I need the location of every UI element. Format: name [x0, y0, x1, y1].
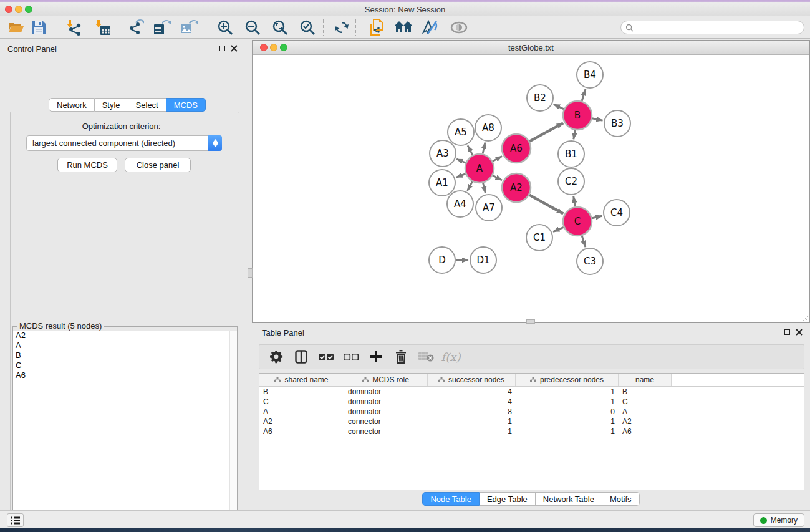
deselect-all-icon[interactable]: [343, 349, 359, 365]
show-panels-button[interactable]: [7, 513, 24, 527]
network-canvas[interactable]: B4B2BB3A5A8A6A3B1AA1C2A2A4A7C4CC1C3DD1: [253, 55, 809, 322]
cell-predecessor-nodes[interactable]: 1: [516, 427, 619, 436]
tab-select[interactable]: Select: [128, 98, 166, 112]
close-panel-icon[interactable]: [231, 45, 238, 52]
cell-shared-name[interactable]: C: [259, 397, 344, 406]
hide-graphics-icon[interactable]: [419, 18, 441, 37]
node-A3[interactable]: A3: [430, 140, 456, 167]
import-network-icon[interactable]: [63, 18, 85, 37]
cell-successor-nodes[interactable]: 8: [428, 407, 516, 416]
cell-predecessor-nodes[interactable]: 1: [516, 417, 619, 426]
node-B[interactable]: B: [563, 101, 592, 130]
column-header-predecessor-nodes[interactable]: predecessor nodes: [516, 374, 619, 386]
close-table-panel-icon[interactable]: [796, 329, 803, 336]
duplicate-network-icon[interactable]: [365, 18, 388, 37]
edge-B-B1[interactable]: [574, 130, 575, 140]
edge-C-C3[interactable]: [582, 236, 586, 247]
node-D1[interactable]: D1: [470, 247, 496, 273]
cell-shared-name[interactable]: A6: [259, 427, 344, 436]
node-C2[interactable]: C2: [558, 168, 584, 195]
divider-grip-left[interactable]: [248, 268, 253, 278]
cell-predecessor-nodes[interactable]: 1: [516, 387, 619, 396]
tab-edge-table[interactable]: Edge Table: [480, 492, 536, 506]
node-D[interactable]: D: [429, 247, 455, 273]
delete-icon[interactable]: [393, 349, 409, 365]
edge-C-C2[interactable]: [574, 196, 576, 207]
cell-name[interactable]: A6: [619, 427, 672, 436]
zoom-in-icon[interactable]: [214, 18, 236, 37]
tab-style[interactable]: Style: [95, 98, 128, 112]
cell-successor-nodes[interactable]: 4: [428, 387, 516, 396]
column-header-MCDS-role[interactable]: MCDS role: [344, 374, 428, 386]
show-hide-icon[interactable]: [448, 18, 470, 37]
criterion-dropdown[interactable]: largest connected component (directed): [26, 135, 222, 151]
cell-predecessor-nodes[interactable]: 0: [516, 407, 619, 416]
table-row[interactable]: Adominator80A: [259, 407, 804, 417]
node-A8[interactable]: A8: [475, 115, 501, 141]
edge-C-C1[interactable]: [553, 227, 564, 231]
float-table-panel-icon[interactable]: [784, 329, 790, 335]
zoom-selected-icon[interactable]: [296, 18, 319, 37]
edge-A-A8[interactable]: [483, 142, 485, 153]
add-column-icon[interactable]: [368, 349, 384, 365]
node-B2[interactable]: B2: [527, 85, 553, 111]
table-row[interactable]: Bdominator41B: [259, 387, 804, 397]
cell-name[interactable]: C: [619, 397, 672, 406]
run-mcds-button[interactable]: Run MCDS: [57, 158, 117, 172]
edge-A-A5[interactable]: [468, 145, 473, 155]
edge-B-B3[interactable]: [592, 118, 603, 120]
refresh-icon[interactable]: [330, 18, 353, 37]
cell-name[interactable]: B: [619, 387, 672, 396]
node-B1[interactable]: B1: [558, 141, 584, 167]
mcds-result-item[interactable]: B: [13, 351, 237, 360]
column-header-shared-name[interactable]: shared name: [259, 374, 344, 386]
node-A7[interactable]: A7: [476, 195, 502, 221]
memory-button[interactable]: Memory: [753, 513, 804, 527]
open-session-icon[interactable]: [5, 18, 27, 37]
tab-motifs[interactable]: Motifs: [602, 492, 640, 506]
node-B4[interactable]: B4: [577, 62, 603, 88]
zoom-out-icon[interactable]: [241, 18, 264, 37]
close-panel-button[interactable]: Close panel: [125, 158, 191, 172]
edge-A-A1[interactable]: [456, 174, 465, 178]
edge-C-C4[interactable]: [592, 216, 602, 218]
float-panel-icon[interactable]: [219, 46, 225, 51]
cell-MCDS-role[interactable]: dominator: [344, 387, 428, 396]
table-row[interactable]: A2connector11A2: [259, 417, 804, 427]
search-field[interactable]: [620, 21, 804, 34]
cell-shared-name[interactable]: B: [259, 387, 344, 396]
node-B3[interactable]: B3: [604, 110, 630, 137]
tab-network[interactable]: Network: [49, 98, 95, 112]
edge-A-A7[interactable]: [483, 183, 486, 193]
cell-MCDS-role[interactable]: dominator: [344, 397, 428, 406]
column-header-name[interactable]: name: [619, 374, 672, 386]
cell-shared-name[interactable]: A: [259, 407, 344, 416]
divider-grip-bottom[interactable]: [526, 319, 535, 324]
column-header-successor-nodes[interactable]: successor nodes: [428, 374, 516, 386]
tab-mcds[interactable]: MCDS: [166, 98, 206, 112]
tab-network-table[interactable]: Network Table: [536, 492, 602, 506]
mcds-result-scrollbar[interactable]: [229, 331, 237, 532]
home-icon[interactable]: [392, 18, 415, 37]
search-input[interactable]: [637, 23, 804, 32]
table-row[interactable]: Cdominator41C: [259, 397, 804, 407]
mcds-result-item[interactable]: A: [13, 341, 237, 351]
tab-node-table[interactable]: Node Table: [422, 492, 480, 506]
function-builder-icon[interactable]: f(x): [443, 349, 459, 365]
edge-A-A2[interactable]: [493, 175, 502, 180]
resize-grip-icon[interactable]: [801, 314, 809, 322]
node-A2[interactable]: A2: [502, 173, 531, 202]
node-A[interactable]: A: [465, 154, 494, 183]
node-A6[interactable]: A6: [502, 134, 531, 163]
cell-name[interactable]: A: [619, 407, 672, 416]
edge-A2-C[interactable]: [529, 195, 563, 214]
edge-A-A4[interactable]: [467, 181, 472, 191]
edge-B-B4[interactable]: [582, 89, 586, 101]
node-C4[interactable]: C4: [604, 200, 630, 226]
save-session-icon[interactable]: [27, 18, 50, 37]
node-C1[interactable]: C1: [526, 225, 552, 251]
export-image-icon[interactable]: [178, 18, 200, 37]
node-A1[interactable]: A1: [429, 170, 455, 196]
edge-A6-B[interactable]: [529, 123, 563, 141]
node-C3[interactable]: C3: [577, 248, 603, 274]
